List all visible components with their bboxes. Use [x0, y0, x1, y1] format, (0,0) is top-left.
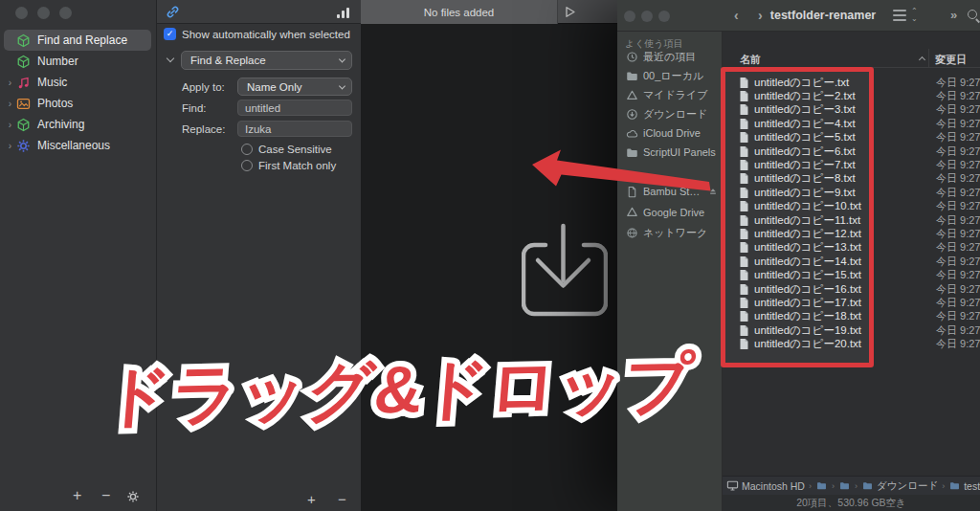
- finder-sidebar-item[interactable]: マイドライブ: [617, 86, 723, 103]
- drag-and-drop-caption: ドラッグ&ドロップ ドラッグ&ドロップ: [62, 339, 732, 469]
- case-sensitive-checkbox[interactable]: [241, 144, 253, 155]
- remove-preset-button[interactable]: −: [101, 486, 110, 505]
- section-collapse-chevron-icon[interactable]: [167, 55, 174, 62]
- action-dropdown[interactable]: Find & Replace: [181, 51, 352, 70]
- cube-icon: [16, 118, 31, 132]
- sidebar-item-miscellaneous[interactable]: ›Miscellaneous: [4, 135, 151, 156]
- globe-icon: [626, 227, 638, 239]
- file-modified-date: 今日 9:27: [936, 186, 980, 200]
- finder-sidebar-item[interactable]: Google Drive: [617, 204, 723, 221]
- breadcrumb-item[interactable]: ダウンロード: [861, 479, 938, 493]
- file-modified-date: 今日 9:27: [936, 268, 980, 282]
- breadcrumb-item[interactable]: [815, 480, 828, 491]
- replace-input[interactable]: [237, 121, 352, 137]
- folder-icon: [948, 480, 961, 491]
- sidebar-item-number[interactable]: Number: [4, 51, 151, 72]
- photo-icon: [16, 97, 31, 111]
- path-bar: Macintosh HD›››ダウンロード›testfolder-renamer: [723, 476, 980, 495]
- sort-toggle-icon[interactable]: ⌃⌄: [911, 8, 918, 23]
- finder-sidebar-item[interactable]: ネットワーク: [617, 224, 723, 241]
- statistics-icon[interactable]: [337, 6, 352, 18]
- file-modified-date: 今日 9:27: [936, 255, 980, 269]
- chevron-down-icon: [339, 82, 345, 89]
- add-preset-button[interactable]: +: [73, 486, 81, 505]
- finder-sidebar-item[interactable]: iCloud Drive: [617, 124, 723, 142]
- panel-toolbar: [157, 0, 361, 24]
- find-input[interactable]: [237, 100, 352, 116]
- sort-ascending-icon: [919, 56, 925, 63]
- breadcrumb-label: ダウンロード: [877, 479, 938, 493]
- disclosure-chevron-icon[interactable]: ›: [4, 120, 16, 130]
- finder-toolbar: ‹ › testfolder-renamer ⌃⌄ »: [617, 0, 980, 32]
- path-separator-icon: ›: [942, 481, 945, 491]
- list-view-icon[interactable]: [893, 10, 906, 21]
- traffic-light-minimize[interactable]: [641, 11, 653, 22]
- remove-action-button[interactable]: −: [338, 491, 346, 507]
- back-button[interactable]: ‹: [734, 8, 739, 23]
- file-modified-date: 今日 9:27: [936, 158, 980, 172]
- traffic-light-close[interactable]: [15, 7, 28, 19]
- breadcrumb-item[interactable]: [838, 480, 851, 491]
- finder-window-title: testfolder-renamer: [742, 9, 904, 22]
- first-match-checkbox[interactable]: [241, 160, 253, 171]
- sidebar-item-label: Archiving: [37, 118, 84, 131]
- folder-icon: [861, 480, 874, 491]
- traffic-light-minimize[interactable]: [37, 7, 50, 19]
- play-button-icon[interactable]: [564, 6, 576, 18]
- sidebar-item-music[interactable]: ›Music: [4, 72, 151, 93]
- cloud-icon: [626, 127, 638, 140]
- column-divider[interactable]: [928, 49, 929, 68]
- search-icon[interactable]: [968, 10, 977, 19]
- settings-gear-button[interactable]: [126, 490, 140, 503]
- column-header-modified[interactable]: 変更日: [935, 53, 967, 67]
- show-automatically-checkbox[interactable]: ✓: [164, 28, 176, 40]
- replace-label: Replace:: [182, 123, 225, 135]
- finder-sidebar-item-label: iCloud Drive: [643, 127, 701, 139]
- file-modified-date: 今日 9:27: [936, 76, 980, 90]
- sidebar-item-photos[interactable]: ›Photos: [4, 93, 151, 114]
- finder-sidebar-item[interactable]: 00_ローカル: [617, 67, 723, 84]
- finder-sidebar-item[interactable]: 最近の項目: [617, 48, 723, 65]
- sidebar-item-archiving[interactable]: ›Archiving: [4, 114, 151, 135]
- folder-icon: [626, 146, 638, 159]
- column-header-row: 名前 変更日: [723, 49, 980, 68]
- disclosure-chevron-icon[interactable]: ›: [4, 99, 16, 109]
- breadcrumb-item[interactable]: testfolder-renamer: [948, 480, 980, 492]
- traffic-light-zoom[interactable]: [658, 11, 670, 22]
- folder-icon: [838, 480, 851, 491]
- column-header-name[interactable]: 名前: [740, 53, 761, 67]
- traffic-light-close[interactable]: [624, 11, 635, 22]
- finder-sidebar-item-label: ネットワーク: [643, 226, 707, 240]
- breadcrumb-label: testfolder-renamer: [964, 480, 980, 492]
- file-modified-date: 今日 9:27: [936, 130, 980, 144]
- finder-sidebar-item-label: 00_ローカル: [643, 69, 703, 83]
- chevron-down-icon: [339, 56, 345, 63]
- finder-sidebar-item[interactable]: ScriptUI Panels: [617, 144, 723, 161]
- file-modified-date: 今日 9:27: [936, 199, 980, 213]
- drive-icon: [626, 89, 638, 101]
- more-toolbar-items-icon[interactable]: »: [950, 8, 957, 22]
- traffic-light-zoom[interactable]: [59, 7, 72, 19]
- finder-sidebar-item[interactable]: ダウンロード: [617, 105, 723, 122]
- file-modified-date: 今日 9:27: [936, 323, 980, 338]
- add-action-button[interactable]: +: [307, 491, 316, 507]
- link-icon[interactable]: [166, 5, 180, 19]
- breadcrumb-item[interactable]: Macintosh HD: [726, 480, 805, 492]
- file-modified-date: 今日 9:27: [936, 102, 980, 117]
- path-separator-icon: ›: [832, 481, 835, 491]
- sidebar-item-label: Miscellaneous: [37, 139, 110, 152]
- sidebar-item-find-and-replace[interactable]: Find and Replace: [4, 30, 151, 51]
- apply-to-dropdown[interactable]: Name Only: [237, 78, 352, 96]
- action-dropdown-value: Find & Replace: [190, 55, 266, 66]
- disclosure-chevron-icon[interactable]: ›: [4, 141, 16, 151]
- file-modified-date: 今日 9:27: [936, 282, 980, 297]
- finder-sidebar-item[interactable]: Bambu St…: [617, 183, 723, 200]
- no-files-tab[interactable]: No files added: [361, 0, 557, 24]
- sidebar-item-label: Find and Replace: [37, 33, 127, 47]
- download-icon: [626, 108, 638, 121]
- eject-icon[interactable]: [708, 187, 718, 196]
- disclosure-chevron-icon[interactable]: ›: [4, 78, 16, 88]
- folder-icon: [815, 480, 828, 491]
- finder-sidebar-item-label: ダウンロード: [643, 107, 707, 122]
- file-modified-date: 今日 9:27: [936, 227, 980, 241]
